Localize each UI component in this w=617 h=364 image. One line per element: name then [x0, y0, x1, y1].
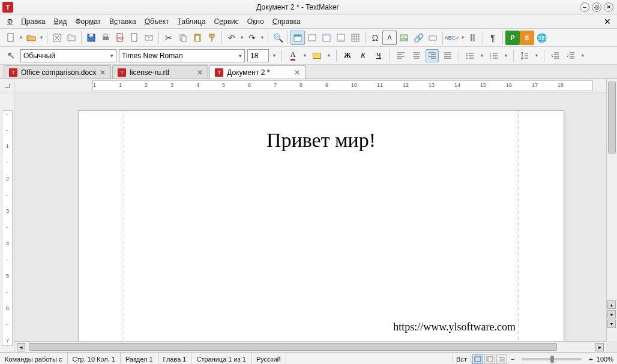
- next-page-button[interactable]: ▾: [607, 320, 616, 328]
- horizontal-ruler[interactable]: 1123456789101112131415161718: [14, 79, 617, 92]
- font-color-dropdown[interactable]: ▾: [302, 53, 308, 58]
- font-color-button[interactable]: A: [286, 49, 299, 62]
- status-insert-mode[interactable]: Вст: [452, 356, 471, 363]
- horizontal-scrollbar[interactable]: ◂ ▸: [14, 341, 606, 352]
- goto-button[interactable]: ●: [607, 310, 616, 318]
- save-button[interactable]: [84, 31, 98, 45]
- font-combo[interactable]: Times New Roman▾: [119, 49, 245, 62]
- menu-table[interactable]: Таблица: [174, 16, 209, 27]
- scroll-left-icon[interactable]: ◂: [17, 343, 25, 351]
- insert-field-button[interactable]: [305, 31, 319, 45]
- file-manager-button[interactable]: [64, 31, 79, 45]
- print-button[interactable]: [98, 31, 113, 45]
- tab-close-icon[interactable]: ✕: [100, 68, 106, 77]
- pdf-export-button[interactable]: PDF: [113, 31, 127, 45]
- menu-view[interactable]: Вид: [50, 16, 71, 27]
- copy-button[interactable]: [176, 31, 190, 45]
- maximize-button[interactable]: ◎: [592, 2, 601, 12]
- epub-export-button[interactable]: [127, 31, 142, 45]
- paste-button[interactable]: [190, 31, 205, 45]
- presentations-button[interactable]: S: [520, 31, 534, 45]
- insert-footer-button[interactable]: [334, 31, 348, 45]
- insert-object-button[interactable]: [426, 31, 440, 45]
- tab-close-icon[interactable]: ✕: [294, 68, 300, 77]
- size-combo[interactable]: 18: [247, 49, 269, 62]
- tab-license[interactable]: T license-ru.rtf ✕: [112, 65, 208, 79]
- insert-picture-button[interactable]: [397, 31, 411, 45]
- underline-button[interactable]: Ч: [372, 49, 385, 62]
- close-button[interactable]: ✕: [604, 2, 613, 12]
- align-center-button[interactable]: [410, 49, 423, 62]
- menu-help[interactable]: Справка: [269, 16, 304, 27]
- find-button[interactable]: 🔍: [271, 31, 285, 45]
- browser-button[interactable]: 🌐: [534, 31, 549, 45]
- open-button[interactable]: [24, 31, 38, 45]
- style-combo[interactable]: Обычный▾: [20, 49, 116, 62]
- redo-dropdown[interactable]: ▾: [259, 35, 265, 40]
- insert-table-button[interactable]: [348, 31, 363, 45]
- undo-button[interactable]: ↶: [224, 31, 239, 45]
- increase-indent-button[interactable]: [564, 49, 577, 62]
- view-normal-button[interactable]: [472, 354, 483, 364]
- document-area[interactable]: Привет мир! https://www.ylsoftware.com ◂…: [14, 92, 617, 352]
- decrease-indent-button[interactable]: [549, 49, 562, 62]
- menu-service[interactable]: Сервис: [211, 16, 242, 27]
- spellcheck-dropdown[interactable]: ▾: [460, 35, 466, 40]
- spellcheck-button[interactable]: ABC✓: [445, 31, 460, 45]
- align-left-button[interactable]: [394, 49, 408, 62]
- document-url[interactable]: https://www.ylsoftware.com: [393, 321, 516, 333]
- email-button[interactable]: [142, 31, 156, 45]
- tab-close-icon[interactable]: ✕: [197, 68, 203, 77]
- redo-button[interactable]: ↷: [245, 31, 259, 45]
- insert-header-button[interactable]: [319, 31, 334, 45]
- close-doc-button[interactable]: [50, 31, 64, 45]
- nonprinting-button[interactable]: ¶: [486, 31, 500, 45]
- bullets-button[interactable]: [463, 49, 477, 62]
- zoom-out-button[interactable]: −: [508, 356, 517, 363]
- scroll-h-thumb[interactable]: [29, 343, 557, 351]
- align-right-button[interactable]: [426, 49, 439, 62]
- planmaker-button[interactable]: P: [505, 31, 520, 45]
- undo-dropdown[interactable]: ▾: [239, 35, 245, 40]
- view-master-button[interactable]: [484, 354, 495, 364]
- vertical-scrollbar[interactable]: ▴ ● ▾: [606, 79, 617, 341]
- insert-link-button[interactable]: 🔗: [411, 31, 426, 45]
- insert-symbol-button[interactable]: Ω: [368, 31, 382, 45]
- bold-button[interactable]: Ж: [341, 49, 354, 62]
- zoom-in-button[interactable]: +: [586, 356, 595, 363]
- minimize-button[interactable]: –: [580, 2, 589, 12]
- align-justify-button[interactable]: [441, 49, 454, 62]
- format-painter-button[interactable]: [205, 31, 219, 45]
- zoom-slider[interactable]: [522, 358, 582, 360]
- open-dropdown[interactable]: ▾: [38, 35, 44, 40]
- insert-date-button[interactable]: [290, 31, 305, 45]
- menu-object[interactable]: Объект: [141, 16, 173, 27]
- scroll-v-thumb[interactable]: [608, 82, 616, 154]
- document-heading[interactable]: Привет мир!: [79, 129, 564, 152]
- menu-file[interactable]: Ф: [4, 16, 16, 27]
- prev-page-button[interactable]: ▴: [607, 300, 616, 309]
- menu-close-doc[interactable]: ✕: [601, 17, 613, 26]
- new-button[interactable]: [4, 31, 18, 45]
- vertical-ruler[interactable]: --1-2-3-4-5-6-7: [0, 92, 14, 352]
- italic-button[interactable]: К: [357, 49, 370, 62]
- highlight-dropdown[interactable]: ▾: [326, 53, 332, 58]
- tab-office-comparison[interactable]: T Office comparison.docx ✕: [4, 65, 111, 79]
- menu-edit[interactable]: Правка: [17, 16, 49, 27]
- size-dropdown[interactable]: ▾: [271, 53, 277, 58]
- linespacing-dropdown[interactable]: ▾: [534, 53, 540, 58]
- new-dropdown[interactable]: ▾: [18, 35, 24, 40]
- tab-document2[interactable]: T Документ 2 * ✕: [209, 65, 305, 79]
- highlight-button[interactable]: [310, 49, 324, 62]
- status-language[interactable]: Русский: [251, 353, 286, 364]
- cut-button[interactable]: ✂: [161, 31, 176, 45]
- numbering-button[interactable]: 123: [487, 49, 501, 62]
- insert-textframe-button[interactable]: A: [382, 31, 397, 45]
- menu-window[interactable]: Окно: [244, 16, 268, 27]
- bullets-dropdown[interactable]: ▾: [479, 53, 485, 58]
- numbering-dropdown[interactable]: ▾: [503, 53, 509, 58]
- thesaurus-button[interactable]: [466, 31, 480, 45]
- zoom-level[interactable]: 100%: [597, 356, 613, 363]
- select-tool[interactable]: ↖: [4, 49, 18, 63]
- menu-insert[interactable]: Вставка: [106, 16, 140, 27]
